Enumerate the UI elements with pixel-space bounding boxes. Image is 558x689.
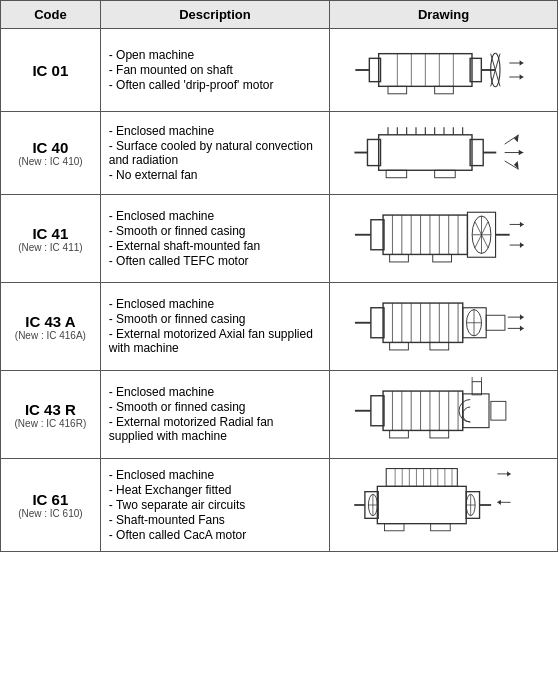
svg-rect-81	[389, 342, 408, 350]
drawing-area	[338, 289, 549, 364]
description-item: Smooth or finned casing	[109, 400, 321, 414]
drawing-area	[338, 465, 549, 545]
code-main: IC 41	[9, 225, 92, 242]
drawing-cell	[330, 283, 558, 371]
description-item: Open machine	[109, 48, 321, 62]
header-code: Code	[1, 1, 101, 29]
drawing-area	[338, 35, 549, 105]
description-item: Smooth or finned casing	[109, 224, 321, 238]
description-item: Enclosed machine	[109, 209, 321, 223]
svg-rect-59	[389, 254, 408, 262]
svg-marker-131	[507, 471, 511, 476]
description-item: External shaft-mounted fan	[109, 239, 321, 253]
code-cell: IC 43 R(New : IC 416R)	[1, 371, 101, 459]
drawing-area	[338, 377, 549, 452]
code-new: (New : IC 416A)	[9, 330, 92, 341]
code-cell: IC 01	[1, 29, 101, 112]
description-item: Often called TEFC motor	[109, 254, 321, 268]
drawing-cell	[330, 371, 558, 459]
header-description: Description	[100, 1, 329, 29]
table-row: IC 43 A(New : IC 416A)Enclosed machineSm…	[1, 283, 558, 371]
table-row: IC 01Open machineFan mounted on shaftOft…	[1, 29, 558, 112]
drawing-area	[338, 118, 549, 188]
svg-rect-14	[434, 86, 453, 93]
description-cell: Enclosed machineSurface cooled by natura…	[100, 112, 329, 195]
svg-rect-101	[490, 401, 505, 420]
svg-rect-97	[462, 394, 488, 428]
description-cell: Enclosed machineHeat Exchanger fittedTwo…	[100, 459, 329, 552]
svg-rect-87	[383, 391, 463, 430]
description-item: Enclosed machine	[109, 468, 321, 482]
svg-marker-16	[519, 60, 523, 66]
svg-marker-38	[518, 150, 523, 156]
svg-rect-117	[377, 486, 466, 523]
code-main: IC 43 A	[9, 313, 92, 330]
svg-rect-98	[472, 382, 481, 395]
svg-rect-50	[370, 220, 383, 250]
svg-rect-129	[430, 524, 450, 531]
code-cell: IC 61(New : IC 610)	[1, 459, 101, 552]
table-row: IC 41(New : IC 411)Enclosed machineSmoot…	[1, 195, 558, 283]
code-main: IC 01	[9, 62, 92, 79]
svg-marker-64	[519, 242, 523, 248]
svg-rect-76	[486, 315, 505, 330]
svg-marker-86	[519, 326, 523, 332]
description-item: Fan mounted on shaft	[109, 63, 321, 77]
description-item: Two separate air circuits	[109, 498, 321, 512]
description-item: Enclosed machine	[109, 124, 321, 138]
drawing-cell	[330, 459, 558, 552]
code-new: (New : IC 411)	[9, 242, 92, 253]
description-cell: Enclosed machineSmooth or finned casingE…	[100, 283, 329, 371]
header-drawing: Drawing	[330, 1, 558, 29]
drawing-cell	[330, 195, 558, 283]
code-new: (New : IC 610)	[9, 508, 92, 519]
description-item: Often called CacA motor	[109, 528, 321, 542]
drawing-cell	[330, 112, 558, 195]
description-item: External motorized Axial fan supplied wi…	[109, 327, 321, 355]
svg-rect-33	[386, 170, 407, 177]
description-item: External motorized Radial fan supplied w…	[109, 415, 321, 443]
code-cell: IC 41(New : IC 411)	[1, 195, 101, 283]
description-item: Heat Exchanger fitted	[109, 483, 321, 497]
code-main: IC 61	[9, 491, 92, 508]
description-cell: Enclosed machineSmooth or finned casingE…	[100, 195, 329, 283]
table-row: IC 40(New : IC 410)Enclosed machineSurfa…	[1, 112, 558, 195]
description-item: Often called 'drip-proof' motor	[109, 78, 321, 92]
description-item: No external fan	[109, 168, 321, 182]
table-row: IC 61(New : IC 610)Enclosed machineHeat …	[1, 459, 558, 552]
svg-rect-96	[370, 396, 383, 426]
description-item: Enclosed machine	[109, 297, 321, 311]
code-cell: IC 43 A(New : IC 416A)	[1, 283, 101, 371]
svg-rect-60	[432, 254, 451, 262]
svg-rect-13	[388, 86, 407, 93]
svg-rect-128	[384, 524, 404, 531]
code-new: (New : IC 416R)	[9, 418, 92, 429]
svg-rect-34	[434, 170, 455, 177]
svg-rect-107	[386, 469, 457, 487]
svg-rect-104	[429, 430, 448, 438]
svg-marker-133	[497, 500, 501, 505]
code-main: IC 40	[9, 139, 92, 156]
description-cell: Open machineFan mounted on shaftOften ca…	[100, 29, 329, 112]
svg-marker-18	[519, 74, 523, 80]
description-item: Shaft-mounted Fans	[109, 513, 321, 527]
svg-marker-84	[519, 314, 523, 320]
table-row: IC 43 R(New : IC 416R)Enclosed machineSm…	[1, 371, 558, 459]
drawing-area	[338, 201, 549, 276]
description-cell: Enclosed machineSmooth or finned casingE…	[100, 371, 329, 459]
svg-rect-82	[429, 342, 448, 350]
ic-codes-table: Code Description Drawing IC 01Open machi…	[0, 0, 558, 552]
code-cell: IC 40(New : IC 410)	[1, 112, 101, 195]
description-item: Enclosed machine	[109, 385, 321, 399]
svg-marker-62	[519, 222, 523, 228]
svg-rect-103	[389, 430, 408, 438]
code-main: IC 43 R	[9, 401, 92, 418]
drawing-cell	[330, 29, 558, 112]
svg-rect-41	[383, 215, 467, 254]
svg-rect-74	[370, 308, 383, 338]
description-item: Smooth or finned casing	[109, 312, 321, 326]
code-new: (New : IC 410)	[9, 156, 92, 167]
description-item: Surface cooled by natural convection and…	[109, 139, 321, 167]
svg-rect-65	[383, 303, 463, 342]
svg-rect-19	[378, 135, 471, 170]
